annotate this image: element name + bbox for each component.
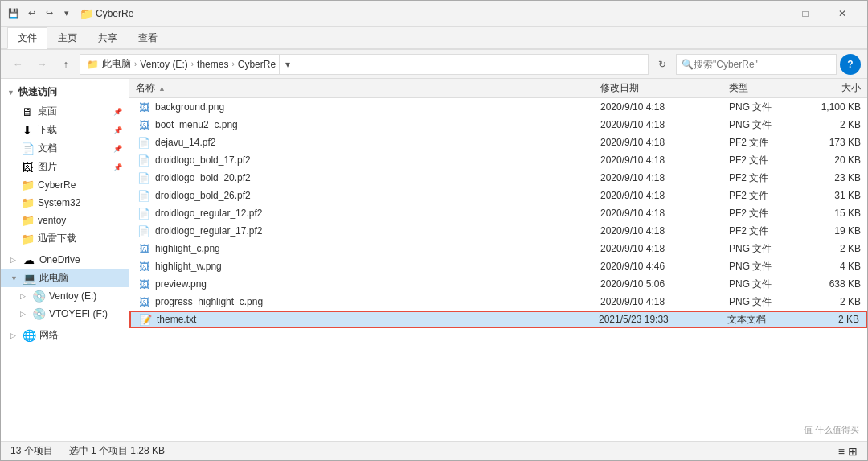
sidebar-item-ventoy[interactable]: 📁 ventoy	[1, 212, 129, 229]
up-button[interactable]: ↑	[55, 54, 76, 75]
sidebar-item-downloads[interactable]: ⬇ 下载 📌	[1, 121, 129, 139]
view-grid-icon[interactable]: ⊞	[848, 445, 858, 458]
file-type-icon: 📄	[136, 208, 152, 220]
search-icon: 🔍	[682, 59, 694, 70]
address-path[interactable]: 📁 此电脑 › Ventoy (E:) › themes › CyberRe ▾	[80, 54, 649, 75]
sidebar-item-vtoyefi[interactable]: ▷ 💿 VTOYEFI (F:)	[1, 305, 129, 323]
file-type-icon: 🖼	[136, 119, 152, 131]
sidebar-label-desktop: 桌面	[38, 105, 57, 118]
tab-file[interactable]: 文件	[7, 27, 47, 49]
tab-home[interactable]: 主页	[47, 27, 88, 48]
sidebar-label-cyberre: CyberRe	[38, 179, 76, 191]
file-row[interactable]: 📄 droidlogo_regular_17.pf2 2020/9/10 4:1…	[129, 222, 867, 240]
col-header-date[interactable]: 修改日期	[594, 81, 723, 95]
expand-icon-vt: ▷	[20, 310, 28, 318]
file-row[interactable]: 🖼 progress_highlight_c.png 2020/9/10 4:1…	[129, 293, 867, 311]
file-type-icon: 📄	[136, 154, 152, 167]
expand-icon-net: ▷	[10, 331, 18, 340]
file-date: 2020/9/10 4:18	[594, 296, 723, 307]
sidebar-label-vtoyefi: VTOYEFI (F:)	[49, 308, 108, 319]
file-type-icon: 🖼	[136, 296, 152, 308]
file-date: 2020/9/10 4:18	[594, 190, 723, 201]
file-list: 🖼 background.png 2020/9/10 4:18 PNG 文件 1…	[129, 98, 867, 441]
col-header-name[interactable]: 名称 ▲	[129, 81, 594, 95]
sidebar-quick-access-header[interactable]: ▼ 快速访问	[1, 82, 129, 102]
view-list-icon[interactable]: ≡	[838, 445, 845, 458]
maximize-button[interactable]: □	[787, 1, 824, 27]
path-sep-1: ›	[134, 60, 137, 68]
title-redo-icon[interactable]: ↪	[43, 7, 55, 20]
status-items-count: 13 个项目	[10, 444, 53, 458]
sidebar-item-cyberre[interactable]: 📁 CyberRe	[1, 176, 129, 194]
path-label-themes: themes	[197, 59, 228, 70]
sidebar-label-onedrive: OneDrive	[39, 254, 80, 265]
path-sep-2: ›	[191, 60, 194, 68]
file-row[interactable]: 🖼 highlight_c.png 2020/9/10 4:18 PNG 文件 …	[129, 240, 867, 257]
file-row[interactable]: 📄 droidlogo_regular_12.pf2 2020/9/10 4:1…	[129, 204, 867, 222]
back-button[interactable]: ←	[7, 54, 28, 75]
refresh-button[interactable]: ↻	[652, 54, 673, 75]
sidebar-item-ventoy-drive[interactable]: ▷ 💿 Ventoy (E:)	[1, 287, 129, 305]
file-row[interactable]: 📝 theme.txt 2021/5/23 19:33 文本文档 2 KB	[129, 311, 867, 328]
file-row[interactable]: 🖼 background.png 2020/9/10 4:18 PNG 文件 1…	[129, 98, 867, 116]
search-box[interactable]: 🔍	[676, 54, 837, 75]
title-down-icon[interactable]: ▾	[60, 7, 73, 20]
tab-share[interactable]: 共享	[88, 27, 128, 48]
sidebar-item-network[interactable]: ▷ 🌐 网络	[1, 326, 129, 344]
forward-button[interactable]: →	[31, 54, 52, 75]
file-row[interactable]: 🖼 highlight_w.png 2020/9/10 4:46 PNG 文件 …	[129, 257, 867, 275]
file-size: 23 KB	[803, 172, 867, 183]
sidebar-item-thispc[interactable]: ▼ 💻 此电脑	[1, 269, 129, 287]
sidebar-item-system32[interactable]: 📁 System32	[1, 194, 129, 212]
file-size: 20 KB	[803, 154, 867, 166]
system32-icon: 📁	[20, 196, 35, 209]
ventoy-icon: 📁	[20, 214, 35, 227]
file-type: PNG 文件	[723, 118, 803, 132]
file-name: preview.png	[152, 278, 594, 290]
file-name: progress_highlight_c.png	[152, 296, 594, 307]
file-row[interactable]: 🖼 preview.png 2020/9/10 5:06 PNG 文件 638 …	[129, 275, 867, 293]
file-type-icon: 📄	[136, 137, 152, 149]
file-type: PF2 文件	[723, 136, 803, 150]
path-dropdown[interactable]: ▾	[279, 54, 295, 75]
file-date: 2020/9/10 4:46	[594, 261, 723, 272]
path-label-ventoy: Ventoy (E:)	[140, 59, 187, 70]
tab-view[interactable]: 查看	[128, 27, 168, 48]
onedrive-icon: ☁	[22, 253, 36, 266]
title-undo-icon[interactable]: ↩	[25, 7, 38, 20]
sidebar-item-onedrive[interactable]: ▷ ☁ OneDrive	[1, 251, 129, 269]
documents-icon: 📄	[20, 142, 35, 155]
file-date: 2020/9/10 4:18	[594, 243, 723, 254]
col-header-type[interactable]: 类型	[723, 81, 803, 95]
file-name: background.png	[152, 101, 594, 113]
col-header-size[interactable]: 大小	[803, 81, 867, 95]
sidebar-quick-access-label: 快速访问	[18, 85, 57, 99]
file-date: 2020/9/10 4:18	[594, 101, 723, 113]
file-size: 173 KB	[803, 137, 867, 148]
file-type: PNG 文件	[723, 101, 803, 114]
search-input[interactable]	[694, 59, 831, 70]
file-size: 2 KB	[803, 296, 867, 307]
sidebar-item-pictures[interactable]: 🖼 图片 📌	[1, 158, 129, 176]
file-type-icon: 🖼	[136, 278, 152, 290]
file-row[interactable]: 📄 dejavu_14.pf2 2020/9/10 4:18 PF2 文件 17…	[129, 134, 867, 151]
file-row[interactable]: 📄 droidlogo_bold_20.pf2 2020/9/10 4:18 P…	[129, 169, 867, 187]
file-row[interactable]: 📄 droidlogo_bold_26.pf2 2020/9/10 4:18 P…	[129, 187, 867, 204]
close-button[interactable]: ✕	[824, 1, 861, 27]
file-name: theme.txt	[154, 314, 592, 325]
minimize-button[interactable]: ─	[750, 1, 787, 27]
sidebar-item-documents[interactable]: 📄 文档 📌	[1, 139, 129, 158]
sidebar-label-thispc: 此电脑	[39, 271, 68, 285]
file-row[interactable]: 🖼 boot_menu2_c.png 2020/9/10 4:18 PNG 文件…	[129, 116, 867, 134]
file-size: 1,100 KB	[803, 101, 867, 113]
sidebar-item-thunder[interactable]: 📁 迅雷下载	[1, 229, 129, 248]
file-name: droidlogo_bold_26.pf2	[152, 190, 594, 201]
sidebar-item-desktop[interactable]: 🖥 桌面 📌	[1, 102, 129, 121]
file-row[interactable]: 📄 droidlogo_bold_17.pf2 2020/9/10 4:18 P…	[129, 151, 867, 169]
help-button[interactable]: ?	[840, 54, 861, 75]
title-folder-icon: 📁	[80, 7, 92, 20]
file-area: 名称 ▲ 修改日期 类型 大小 🖼 background.png 2020/9/…	[129, 79, 867, 441]
file-name: dejavu_14.pf2	[152, 137, 594, 148]
title-save-icon[interactable]: 💾	[7, 7, 20, 20]
file-date: 2021/5/23 19:33	[592, 314, 721, 325]
